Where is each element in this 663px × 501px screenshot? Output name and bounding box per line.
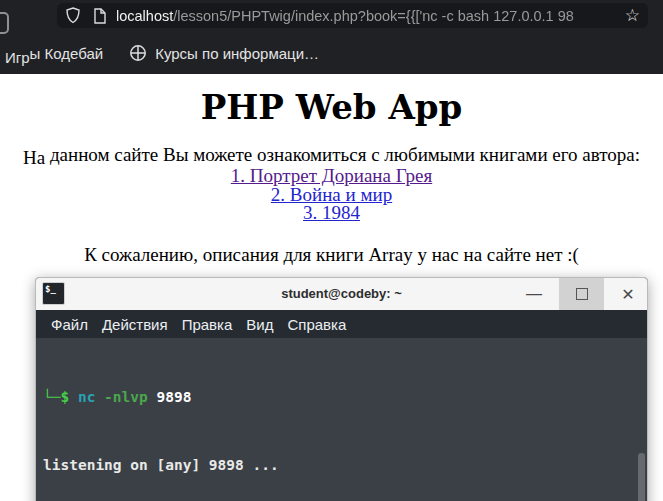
web-page: PHP Web App На данном сайте Вы можете оз… — [0, 74, 663, 285]
minimize-button[interactable]: — — [514, 278, 554, 310]
book-link-3[interactable]: 3. 1984 — [0, 204, 663, 223]
terminal-content[interactable]: └─$ nc -nlvp 9898 listening on [any] 989… — [36, 338, 647, 501]
terminal-titlebar[interactable]: $_ student@codeby: ~ — ✕ — [36, 278, 647, 310]
book-link-1[interactable]: 1. Портрет Дориана Грея — [0, 167, 663, 186]
scrollbar-thumb[interactable] — [638, 453, 645, 501]
globe-icon — [129, 44, 147, 62]
page-icon[interactable] — [93, 8, 107, 24]
shield-icon[interactable] — [65, 7, 81, 24]
terminal-window: $_ student@codeby: ~ — ✕ Файл Действия П… — [35, 277, 648, 501]
terminal-menubar: Файл Действия Правка Вид Справка — [36, 310, 647, 338]
menu-file[interactable]: Файл — [44, 316, 95, 333]
bookmark-item-kursy[interactable]: Курсы по информаци… — [155, 45, 319, 62]
close-button[interactable]: ✕ — [608, 278, 648, 310]
bookmark-item-kodebay[interactable]: Игры Кодебай — [5, 45, 103, 62]
menu-view[interactable]: Вид — [239, 316, 280, 333]
url-path: /lesson5/PHPTwig/index.php?book={{['nc -… — [173, 8, 574, 24]
no-description-message: К сожалению, описания для книги Array у … — [0, 244, 663, 266]
page-title: PHP Web App — [0, 87, 663, 127]
bookmark-star-icon[interactable]: ☆ — [625, 7, 640, 24]
url-host: localhost — [116, 8, 173, 24]
menu-edit[interactable]: Правка — [175, 316, 240, 333]
bookmarks-bar: Игры Кодебай Курсы по информаци… — [0, 36, 663, 70]
browser-chrome: localhost/lesson5/PHPTwig/index.php?book… — [0, 0, 663, 74]
maximize-button[interactable] — [559, 278, 604, 310]
terminal-title: student@codeby: ~ — [36, 278, 647, 310]
maximize-icon — [576, 288, 588, 300]
menu-actions[interactable]: Действия — [95, 316, 175, 333]
intro-text: На данном сайте Вы можете ознакомиться с… — [0, 144, 663, 166]
terminal-command-line: └─$ nc -nlvp 9898 — [43, 386, 647, 409]
terminal-output-line: listening on [any] 9898 ... — [43, 454, 647, 477]
url-bar[interactable]: localhost/lesson5/PHPTwig/index.php?book… — [57, 3, 648, 28]
url-text[interactable]: localhost/lesson5/PHPTwig/index.php?book… — [116, 8, 619, 24]
clipped-toolbar-icon — [0, 12, 9, 34]
menu-help[interactable]: Справка — [280, 316, 353, 333]
